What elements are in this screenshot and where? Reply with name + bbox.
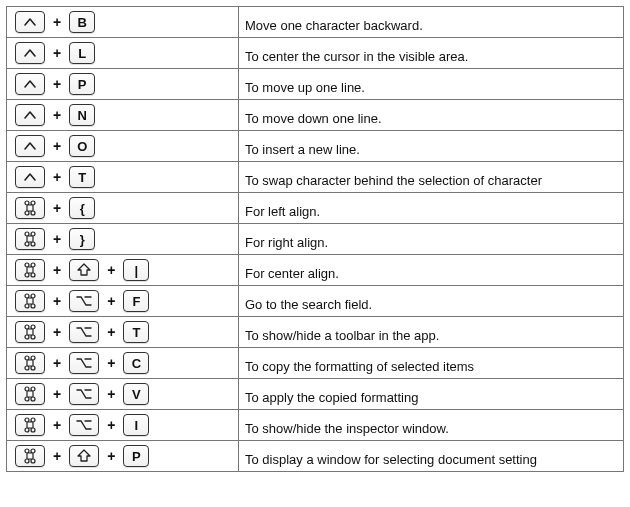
description-text: To swap character behind the selection o… — [245, 163, 617, 188]
plus-icon: + — [51, 386, 63, 402]
key-cap: } — [69, 228, 95, 250]
description-text: To show/hide the inspector window. — [245, 411, 617, 436]
shortcut-cell: +O — [7, 131, 239, 162]
shortcut-cell: +L — [7, 38, 239, 69]
plus-icon: + — [51, 355, 63, 371]
cmd-key-icon — [15, 414, 45, 436]
key-cap: N — [69, 104, 95, 126]
description-text: To show/hide a toolbar in the app. — [245, 318, 617, 343]
cmd-key-icon — [15, 228, 45, 250]
shortcut-cell: ++C — [7, 348, 239, 379]
shortcuts-table: +BMove one character backward.+LTo cente… — [6, 6, 624, 472]
table-row: +PTo move up one line. — [7, 69, 624, 100]
plus-icon: + — [51, 45, 63, 61]
table-row: +TTo swap character behind the selection… — [7, 162, 624, 193]
ctrl-key-icon — [15, 104, 45, 126]
description-cell: For center align. — [239, 255, 624, 286]
description-cell: To move down one line. — [239, 100, 624, 131]
plus-icon: + — [105, 386, 117, 402]
key-combo: ++F — [15, 290, 230, 312]
description-text: To display a window for selecting docume… — [245, 442, 617, 467]
key-cap: O — [69, 135, 95, 157]
plus-icon: + — [51, 76, 63, 92]
shortcut-cell: ++P — [7, 441, 239, 472]
table-row: +BMove one character backward. — [7, 7, 624, 38]
key-combo: ++C — [15, 352, 230, 374]
plus-icon: + — [51, 200, 63, 216]
plus-icon: + — [51, 324, 63, 340]
table-row: ++PTo display a window for selecting doc… — [7, 441, 624, 472]
table-row: +OTo insert a new line. — [7, 131, 624, 162]
cmd-key-icon — [15, 290, 45, 312]
shortcut-cell: +T — [7, 162, 239, 193]
table-row: ++CTo copy the formatting of selected it… — [7, 348, 624, 379]
key-cap: I — [123, 414, 149, 436]
cmd-key-icon — [15, 352, 45, 374]
key-combo: +T — [15, 166, 230, 188]
description-text: For center align. — [245, 256, 617, 281]
key-combo: +O — [15, 135, 230, 157]
description-text: To move down one line. — [245, 101, 617, 126]
key-cap: T — [69, 166, 95, 188]
description-text: For left align. — [245, 194, 617, 219]
description-text: To copy the formatting of selected items — [245, 349, 617, 374]
key-cap: P — [69, 73, 95, 95]
opt-key-icon — [69, 321, 99, 343]
key-combo: +{ — [15, 197, 230, 219]
key-combo: ++T — [15, 321, 230, 343]
table-row: ++ITo show/hide the inspector window. — [7, 410, 624, 441]
table-row: ++VTo apply the copied formatting — [7, 379, 624, 410]
shift-key-icon — [69, 445, 99, 467]
cmd-key-icon — [15, 259, 45, 281]
shortcut-cell: +B — [7, 7, 239, 38]
plus-icon: + — [105, 417, 117, 433]
description-cell: To swap character behind the selection o… — [239, 162, 624, 193]
key-combo: ++| — [15, 259, 230, 281]
plus-icon: + — [105, 262, 117, 278]
ctrl-key-icon — [15, 135, 45, 157]
description-cell: Move one character backward. — [239, 7, 624, 38]
shortcut-cell: ++V — [7, 379, 239, 410]
plus-icon: + — [51, 417, 63, 433]
description-text: Move one character backward. — [245, 8, 617, 33]
shortcut-cell: +P — [7, 69, 239, 100]
description-text: To center the cursor in the visible area… — [245, 39, 617, 64]
key-cap: B — [69, 11, 95, 33]
plus-icon: + — [51, 231, 63, 247]
opt-key-icon — [69, 352, 99, 374]
key-combo: ++P — [15, 445, 230, 467]
plus-icon: + — [51, 138, 63, 154]
plus-icon: + — [51, 107, 63, 123]
shortcut-cell: +N — [7, 100, 239, 131]
table-row: ++|For center align. — [7, 255, 624, 286]
key-combo: ++I — [15, 414, 230, 436]
key-cap: T — [123, 321, 149, 343]
description-cell: To display a window for selecting docume… — [239, 441, 624, 472]
description-text: To insert a new line. — [245, 132, 617, 157]
shortcut-cell: ++T — [7, 317, 239, 348]
shortcut-cell: ++F — [7, 286, 239, 317]
description-cell: For left align. — [239, 193, 624, 224]
description-cell: For right align. — [239, 224, 624, 255]
key-cap: | — [123, 259, 149, 281]
plus-icon: + — [51, 448, 63, 464]
table-row: ++FGo to the search field. — [7, 286, 624, 317]
opt-key-icon — [69, 290, 99, 312]
shortcut-cell: +} — [7, 224, 239, 255]
description-cell: To insert a new line. — [239, 131, 624, 162]
key-cap: F — [123, 290, 149, 312]
cmd-key-icon — [15, 383, 45, 405]
plus-icon: + — [51, 169, 63, 185]
description-cell: To apply the copied formatting — [239, 379, 624, 410]
shortcut-cell: ++I — [7, 410, 239, 441]
key-cap: V — [123, 383, 149, 405]
ctrl-key-icon — [15, 42, 45, 64]
key-cap: P — [123, 445, 149, 467]
key-combo: +L — [15, 42, 230, 64]
key-cap: L — [69, 42, 95, 64]
shortcut-cell: +{ — [7, 193, 239, 224]
table-row: +LTo center the cursor in the visible ar… — [7, 38, 624, 69]
ctrl-key-icon — [15, 166, 45, 188]
key-combo: ++V — [15, 383, 230, 405]
shift-key-icon — [69, 259, 99, 281]
